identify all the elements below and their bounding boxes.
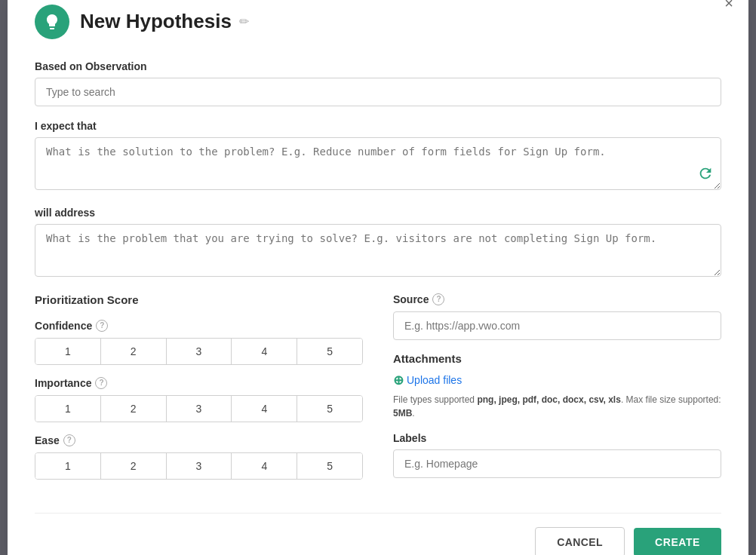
expect-textarea[interactable] <box>35 137 721 190</box>
confidence-score-1[interactable]: 1 <box>35 339 101 364</box>
confidence-label-row: Confidence ? <box>35 320 363 332</box>
source-label: Source <box>393 293 429 305</box>
importance-score-2[interactable]: 2 <box>101 396 167 422</box>
ease-score-5[interactable]: 5 <box>297 453 362 479</box>
source-help-icon[interactable]: ? <box>432 293 444 305</box>
importance-label-row: Importance ? <box>35 377 363 389</box>
max-size: 5MB <box>393 408 412 419</box>
right-section: Source ? Attachments ⊕ Upload files File… <box>393 293 721 492</box>
prioritization-section: Prioritization Score Confidence ? 1 2 3 … <box>35 293 363 492</box>
confidence-score-row: 1 2 3 4 5 <box>35 338 363 365</box>
ease-score-2[interactable]: 2 <box>101 453 167 479</box>
close-button[interactable]: × <box>721 0 736 14</box>
expect-label: I expect that <box>35 120 721 132</box>
bottom-columns: Prioritization Score Confidence ? 1 2 3 … <box>35 293 721 492</box>
labels-group: Labels <box>393 432 721 478</box>
observation-input[interactable] <box>35 78 721 106</box>
file-hint: File types supported png, jpeg, pdf, doc… <box>393 393 721 420</box>
importance-label: Importance <box>35 377 91 389</box>
upload-files-link[interactable]: ⊕ Upload files <box>393 373 462 388</box>
importance-score-row: 1 2 3 4 5 <box>35 395 363 422</box>
modal-footer: CANCEL CREATE <box>35 513 721 556</box>
labels-label: Labels <box>393 432 721 444</box>
importance-score-4[interactable]: 4 <box>232 396 297 422</box>
file-types: png, jpeg, pdf, doc, docx, csv, xls <box>477 394 620 405</box>
importance-score-3[interactable]: 3 <box>167 396 232 422</box>
confidence-score-4[interactable]: 4 <box>232 339 297 364</box>
hypothesis-icon-circle <box>35 5 69 39</box>
confidence-score-2[interactable]: 2 <box>101 339 167 364</box>
modal-title: New Hypothesis <box>80 10 232 33</box>
address-label: will address <box>35 207 721 219</box>
confidence-group: Confidence ? 1 2 3 4 5 <box>35 320 363 365</box>
importance-score-5[interactable]: 5 <box>297 396 362 422</box>
close-icon: × <box>724 0 733 11</box>
edit-icon[interactable]: ✏ <box>239 14 249 29</box>
bulb-icon <box>43 13 61 31</box>
create-button[interactable]: CREATE <box>634 528 721 556</box>
observation-label: Based on Observation <box>35 60 721 72</box>
observation-section: Based on Observation <box>35 60 721 106</box>
confidence-score-3[interactable]: 3 <box>167 339 232 364</box>
file-hint-suffix: . Max file size supported: <box>621 394 721 405</box>
ease-label: Ease <box>35 434 60 446</box>
ease-label-row: Ease ? <box>35 434 363 446</box>
ease-score-row: 1 2 3 4 5 <box>35 452 363 480</box>
source-group: Source ? <box>393 293 721 340</box>
new-hypothesis-modal: × New Hypothesis ✏ Based on Observation … <box>8 0 748 555</box>
reload-icon[interactable] <box>697 165 714 186</box>
ease-help-icon[interactable]: ? <box>63 434 75 446</box>
attachments-label: Attachments <box>393 352 721 365</box>
ease-group: Ease ? 1 2 3 4 5 <box>35 434 363 480</box>
attachments-group: Attachments ⊕ Upload files File types su… <box>393 352 721 420</box>
confidence-help-icon[interactable]: ? <box>96 320 108 332</box>
cancel-button[interactable]: CANCEL <box>535 527 625 556</box>
file-hint-prefix: File types supported <box>393 394 477 405</box>
modal-header: New Hypothesis ✏ <box>35 5 721 39</box>
expect-section: I expect that <box>35 120 721 193</box>
importance-group: Importance ? 1 2 3 4 5 <box>35 377 363 422</box>
address-section: will address <box>35 207 721 280</box>
source-input[interactable] <box>393 311 721 340</box>
address-textarea[interactable] <box>35 224 721 277</box>
importance-score-1[interactable]: 1 <box>35 396 101 422</box>
labels-input[interactable] <box>393 449 721 478</box>
ease-score-4[interactable]: 4 <box>232 453 297 479</box>
plus-icon: ⊕ <box>393 373 404 388</box>
confidence-label: Confidence <box>35 320 92 332</box>
ease-score-3[interactable]: 3 <box>167 453 232 479</box>
importance-help-icon[interactable]: ? <box>95 377 107 389</box>
modal-overlay: × New Hypothesis ✏ Based on Observation … <box>0 0 756 555</box>
ease-score-1[interactable]: 1 <box>35 453 101 479</box>
prioritization-heading: Prioritization Score <box>35 293 363 306</box>
confidence-score-5[interactable]: 5 <box>297 339 362 364</box>
expect-textarea-wrapper <box>35 137 721 193</box>
source-label-row: Source ? <box>393 293 721 305</box>
upload-text: Upload files <box>407 374 462 386</box>
